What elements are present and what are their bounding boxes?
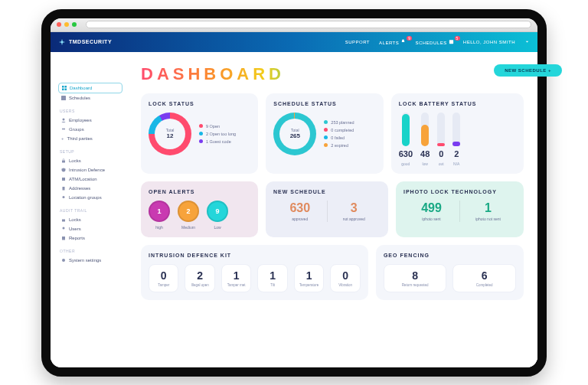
mini-value: 2 — [187, 269, 212, 282]
alert-item[interactable]: 1high — [149, 201, 170, 230]
legend-dot — [324, 120, 328, 124]
sidebar-item-label: Groups — [69, 127, 84, 132]
battery-label: out — [439, 162, 444, 166]
window-min-dot[interactable] — [64, 22, 69, 27]
legend-item: 2 expired — [324, 143, 354, 148]
card-title: IPHOTO LOCK TECHNOLOGY — [403, 189, 516, 194]
mini-value: 1 — [224, 269, 249, 282]
mini-label: Completed — [455, 283, 514, 287]
lock-status-donut: Total12 — [149, 113, 191, 155]
sidebar-item-addresses[interactable]: Addresses — [58, 184, 122, 193]
sidebar-item-label: Schedules — [69, 96, 90, 100]
sidebar-item-dashboard[interactable]: Dashboard — [58, 83, 122, 93]
sidebar-item-system-settings[interactable]: System settings — [58, 256, 122, 265]
mini-stat[interactable]: 8Return requested — [384, 264, 447, 292]
legend-text: 1 Guest code — [206, 139, 231, 144]
sidebar-item-groups[interactable]: Groups — [58, 125, 122, 134]
legend-text: 253 planned — [331, 120, 354, 125]
window-max-dot[interactable] — [72, 22, 77, 27]
sidebar-item-label: System settings — [69, 258, 101, 263]
sidebar-item-atm-location[interactable]: ATM/Location — [58, 175, 122, 184]
sidebar-item-audit-users[interactable]: Users — [58, 224, 122, 233]
plus-icon: + — [61, 136, 64, 141]
mini-stat[interactable]: 1Tilt — [257, 264, 287, 292]
mini-stat[interactable]: 2Illegal open — [185, 264, 214, 292]
lock-icon — [61, 217, 66, 222]
sidebar-item-label: Employees — [69, 118, 92, 122]
sidebar-item-third-parties[interactable]: +Third parties — [58, 134, 122, 143]
svg-rect-11 — [63, 187, 65, 191]
svg-rect-2 — [65, 86, 67, 88]
battery-label: good — [401, 162, 410, 166]
svg-rect-4 — [65, 88, 67, 90]
nav-greeting[interactable]: HELLO, JOHN SMITH — [463, 40, 515, 44]
card-title: SCHEDULE STATUS — [273, 101, 375, 106]
lock-icon — [61, 158, 66, 163]
battery-label: low — [422, 162, 428, 166]
battery-bar — [421, 125, 429, 146]
alert-item[interactable]: 9Low — [207, 201, 228, 230]
nav-schedules[interactable]: SCHEDULES 5 — [415, 39, 453, 45]
legend-dot — [324, 128, 328, 132]
sidebar-item-employees[interactable]: Employees — [58, 116, 122, 125]
nav-support[interactable]: SUPPORT — [345, 40, 370, 44]
mini-stat[interactable]: 0Vibration — [330, 264, 360, 292]
legend-text: 0 failed — [331, 135, 345, 140]
sidebar-item-label: Intrusion Defence — [69, 168, 105, 172]
window-close-dot[interactable] — [57, 22, 61, 27]
bell-icon — [400, 39, 406, 44]
alert-circles: 1high2Medium9Low — [149, 201, 250, 230]
mini-stat[interactable]: 1Tamper met — [221, 264, 251, 292]
tablet-frame: TMDSECURITY SUPPORT ALERTS 9 SCHEDULES 5… — [41, 9, 547, 377]
mini-stat[interactable]: 1Temperature — [294, 264, 324, 292]
sidebar-item-intrusion-defence[interactable]: Intrusion Defence — [58, 165, 122, 175]
card-title: OPEN ALERTS — [149, 189, 250, 194]
url-bar[interactable] — [86, 21, 531, 28]
alert-label: Low — [207, 225, 228, 230]
legend-dot — [199, 139, 203, 143]
stat-value: 630 — [273, 201, 327, 215]
sidebar: Dashboard Schedules USERS Employees Grou… — [51, 52, 127, 367]
card-title: INTRUSION DEFENCE KIT — [149, 253, 361, 258]
top-nav: TMDSECURITY SUPPORT ALERTS 9 SCHEDULES 5… — [51, 32, 537, 52]
svg-rect-9 — [62, 160, 65, 162]
sidebar-item-locks[interactable]: Locks — [58, 156, 122, 165]
battery-col: 630good — [399, 113, 413, 166]
chevron-down-icon[interactable] — [524, 39, 530, 44]
browser-chrome — [51, 18, 537, 32]
battery-value: 48 — [420, 149, 430, 158]
sidebar-item-schedules[interactable]: Schedules — [58, 93, 122, 103]
legend-text: 0 completed — [331, 128, 354, 132]
mini-stat[interactable]: 6Completed — [452, 264, 516, 292]
battery-bar-bg — [437, 113, 445, 146]
legend-item: 2 Open too long — [199, 132, 236, 136]
lock-status-card: LOCK STATUS Total12 9 Open2 Open too lon… — [141, 93, 258, 174]
nav-alerts[interactable]: ALERTS 9 — [379, 39, 406, 45]
brand-text: TMDSECURITY — [69, 39, 112, 44]
sidebar-item-audit-locks[interactable]: Locks — [58, 215, 122, 224]
legend-item: 0 failed — [324, 135, 354, 140]
stat-value: 3 — [328, 201, 381, 215]
sidebar-item-location-groups[interactable]: Location groups — [58, 193, 122, 202]
sidebar-item-label: ATM/Location — [69, 177, 97, 181]
svg-rect-3 — [62, 88, 64, 90]
schedule-status-donut: Total265 — [273, 113, 316, 155]
gear-icon — [61, 258, 66, 263]
schedule-status-legend: 253 planned0 completed0 failed2 expired — [324, 120, 354, 148]
sidebar-item-label: Reports — [69, 236, 85, 240]
mini-stat[interactable]: 0Tamper — [149, 264, 178, 292]
calendar-small-icon — [61, 96, 66, 100]
sidebar-item-reports[interactable]: Reports — [58, 233, 122, 243]
stat-label: approved — [273, 217, 327, 221]
brand[interactable]: TMDSECURITY — [58, 38, 112, 46]
alert-item[interactable]: 2Medium — [178, 201, 199, 230]
lock-status-legend: 9 Open2 Open too long1 Guest code — [199, 124, 236, 144]
svg-rect-15 — [62, 237, 65, 240]
battery-bar — [437, 143, 445, 146]
sidebar-item-label: Locks — [69, 217, 81, 222]
sidebar-item-label: Addresses — [69, 186, 90, 191]
legend-dot — [324, 143, 328, 147]
shield-icon — [61, 168, 66, 172]
mini-label: Tamper met — [224, 283, 249, 287]
new-schedule-button[interactable]: NEW SCHEDULE + — [494, 64, 537, 77]
